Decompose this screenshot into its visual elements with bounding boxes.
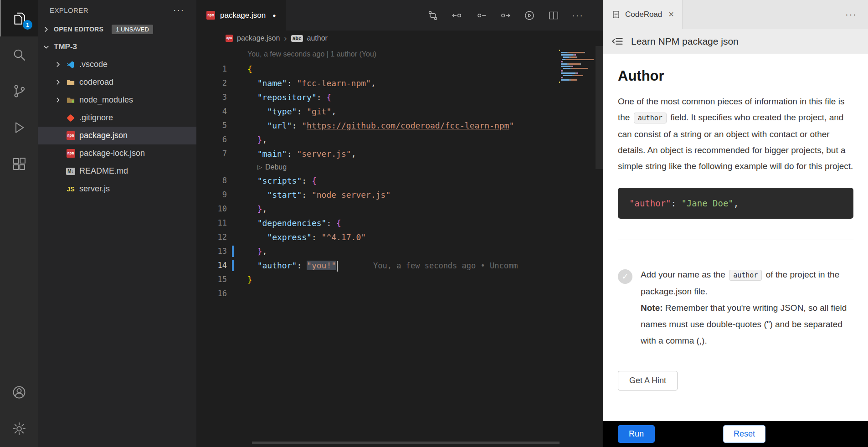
chevron-right-icon <box>54 96 62 104</box>
gutter <box>227 133 247 147</box>
back-to-lessons-icon[interactable] <box>611 35 624 47</box>
get-hint-button[interactable]: Get A Hint <box>618 371 678 390</box>
gutter <box>227 147 247 161</box>
file-node_modules[interactable]: node_modules <box>38 91 196 109</box>
coderoad-content: Author One of the most common pieces of … <box>603 54 868 421</box>
file-name: .vscode <box>79 60 108 69</box>
code-line-16[interactable]: 16 <box>196 287 603 301</box>
run-button[interactable]: Run <box>618 425 655 443</box>
close-icon[interactable]: × <box>668 9 674 20</box>
extensions-icon <box>11 156 27 172</box>
activity-search[interactable] <box>0 36 38 73</box>
debug-codelens[interactable]: ▷Debug <box>257 161 287 174</box>
file-server.js[interactable]: JS server.js <box>38 180 196 198</box>
tab-coderoad[interactable]: CodeRoad × <box>603 0 683 29</box>
line-number: 3 <box>196 90 227 104</box>
code-line-6[interactable]: 6 }, <box>196 133 603 147</box>
activity-run-debug[interactable] <box>0 109 38 146</box>
line-number: 10 <box>196 202 227 216</box>
activity-source-control[interactable] <box>0 73 38 109</box>
gutter <box>227 62 247 76</box>
file-icon-slot <box>66 78 76 87</box>
scrollbar-horizontal[interactable] <box>252 442 560 444</box>
git-icon <box>68 115 73 121</box>
file-package-lock.json[interactable]: npm package-lock.json <box>38 144 196 162</box>
gutter <box>227 287 247 301</box>
scrollbar-vertical[interactable] <box>596 46 603 169</box>
code-token <box>247 78 257 88</box>
code-line-4[interactable]: 4 "type": "git", <box>196 104 603 118</box>
breadcrumb-separator-icon: › <box>284 33 287 43</box>
code-token: "url" <box>267 121 292 130</box>
tab-package-json[interactable]: npm package.json ● <box>196 0 286 31</box>
code-token <box>247 135 257 144</box>
file-icon-slot: npm <box>66 131 76 140</box>
folder-root-tmp-3[interactable]: TMP-3 <box>38 38 196 56</box>
code-token: , <box>351 149 356 159</box>
code-token: , <box>371 78 376 88</box>
chevron-right-icon <box>54 78 62 86</box>
minimap-line <box>559 84 594 85</box>
activity-explorer[interactable]: 1 <box>0 0 38 36</box>
inline-code: author <box>729 270 762 281</box>
line-number: 6 <box>196 133 227 147</box>
change-marker-icon[interactable] <box>475 10 487 21</box>
inline-code: author <box>634 113 667 123</box>
file-README.md[interactable]: M↓ README.md <box>38 162 196 180</box>
run-script-icon[interactable] <box>524 10 535 21</box>
open-editors-header[interactable]: OPEN EDITORS 1 UNSAVED <box>38 20 196 38</box>
code-token: } <box>257 247 262 256</box>
code-token: "Jane Doe" <box>681 198 733 208</box>
activity-account[interactable] <box>0 374 38 411</box>
activity-extensions[interactable] <box>0 146 38 182</box>
code-editor[interactable]: You, a few seconds ago | 1 author (You) … <box>196 46 603 447</box>
code-line-15[interactable]: 15 } <box>196 272 603 287</box>
authors-codelens[interactable]: You, a few seconds ago | 1 author (You) <box>247 50 603 61</box>
file-.vscode[interactable]: .vscode <box>38 56 196 73</box>
task-checkbox[interactable]: ✓ <box>618 269 632 284</box>
markdown-icon: M↓ <box>66 168 75 175</box>
more-actions-icon[interactable]: ··· <box>845 9 868 20</box>
file-icon-slot <box>66 96 76 105</box>
code-line-7[interactable]: 7 "main": "server.js", <box>196 147 603 161</box>
reset-button[interactable]: Reset <box>723 425 765 443</box>
next-change-icon[interactable] <box>499 10 511 21</box>
code-text: "author": "you!"You, a few seconds ago •… <box>247 258 518 272</box>
code-token: , <box>262 247 267 256</box>
more-actions-icon[interactable]: ··· <box>572 10 584 21</box>
breadcrumb-file[interactable]: package.json <box>237 34 280 42</box>
code-line-2[interactable]: 2 "name": "fcc-learn-npm", <box>196 76 603 90</box>
gutter <box>227 118 247 133</box>
code-token <box>247 261 257 270</box>
gutter <box>227 90 247 104</box>
previous-change-icon[interactable] <box>451 10 463 21</box>
code-line-10[interactable]: 10 }, <box>196 202 603 216</box>
compare-changes-icon[interactable] <box>427 10 439 21</box>
breadcrumb-symbol[interactable]: author <box>307 34 328 42</box>
code-line-12[interactable]: 12 "express": "^4.17.0" <box>196 230 603 244</box>
gutter <box>227 174 247 188</box>
minimap[interactable] <box>559 50 594 86</box>
code-token: "scripts" <box>257 176 302 185</box>
file-.gitignore[interactable]: .gitignore <box>38 109 196 127</box>
minimap-line <box>559 54 594 56</box>
split-editor-icon[interactable] <box>548 10 560 21</box>
code-line-11[interactable]: 11 "dependencies": { <box>196 216 603 230</box>
code-token: { <box>312 176 317 185</box>
file-package.json[interactable]: npm package.json <box>38 127 196 144</box>
code-token: { <box>326 92 331 102</box>
code-line-1[interactable]: 1 { <box>196 62 603 76</box>
code-area: 1 { 2 "name": "fcc-learn-npm", 3 "reposi… <box>196 62 603 301</box>
file-coderoad[interactable]: coderoad <box>38 73 196 91</box>
code-line-5[interactable]: 5 "url": "https://github.com/coderoad/fc… <box>196 118 603 133</box>
code-line-14[interactable]: 14 "author": "you!"You, a few seconds ag… <box>196 258 603 272</box>
activity-settings[interactable] <box>0 411 38 447</box>
code-line-3[interactable]: 3 "repository": { <box>196 90 603 104</box>
code-token: "name" <box>257 78 287 88</box>
more-actions-icon[interactable]: ··· <box>173 5 185 15</box>
code-token: https://github.com/coderoad/fcc-learn-np… <box>307 121 509 130</box>
code-line-9[interactable]: 9 "start": "node server.js" <box>196 188 603 202</box>
code-token <box>247 232 267 242</box>
code-line-8[interactable]: 8 "scripts": { <box>196 174 603 188</box>
code-line-13[interactable]: 13 }, <box>196 244 603 258</box>
